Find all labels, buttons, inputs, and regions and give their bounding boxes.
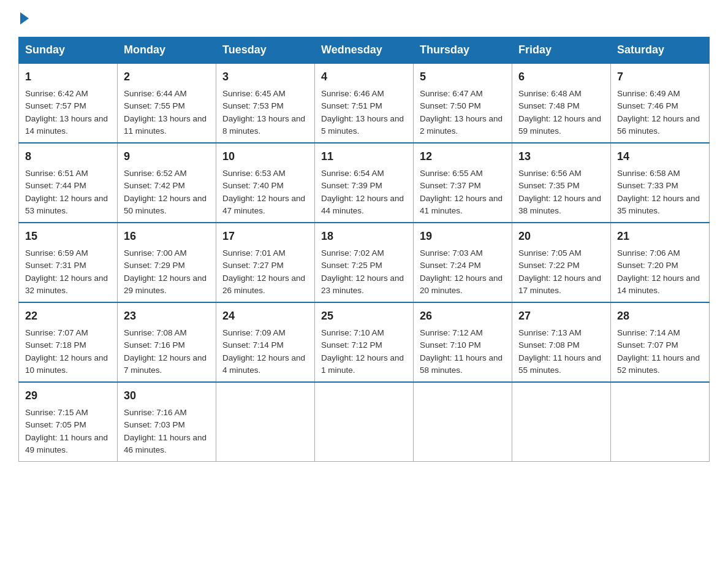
day-number: 12 <box>420 148 506 165</box>
day-info: Sunrise: 6:49 AMSunset: 7:46 PMDaylight:… <box>617 89 700 136</box>
calendar-table: SundayMondayTuesdayWednesdayThursdayFrid… <box>18 37 710 462</box>
calendar-cell: 20Sunrise: 7:05 AMSunset: 7:22 PMDayligh… <box>512 223 611 302</box>
day-number: 6 <box>518 69 604 85</box>
day-number: 7 <box>617 69 703 85</box>
day-info: Sunrise: 7:03 AMSunset: 7:24 PMDaylight:… <box>420 248 502 295</box>
day-info: Sunrise: 6:54 AMSunset: 7:39 PMDaylight:… <box>321 169 404 215</box>
day-number: 21 <box>617 228 703 245</box>
calendar-cell: 29Sunrise: 7:15 AMSunset: 7:05 PMDayligh… <box>19 382 118 462</box>
calendar-week-row: 1Sunrise: 6:42 AMSunset: 7:57 PMDaylight… <box>19 63 710 143</box>
day-info: Sunrise: 7:15 AMSunset: 7:05 PMDaylight:… <box>25 408 108 454</box>
calendar-cell: 23Sunrise: 7:08 AMSunset: 7:16 PMDayligh… <box>118 302 216 382</box>
calendar-week-row: 29Sunrise: 7:15 AMSunset: 7:05 PMDayligh… <box>19 382 710 462</box>
day-number: 17 <box>222 228 308 245</box>
day-info: Sunrise: 6:55 AMSunset: 7:37 PMDaylight:… <box>420 169 502 215</box>
calendar-cell: 19Sunrise: 7:03 AMSunset: 7:24 PMDayligh… <box>414 223 512 302</box>
day-info: Sunrise: 6:56 AMSunset: 7:35 PMDaylight:… <box>518 169 601 215</box>
day-number: 14 <box>617 148 703 165</box>
day-info: Sunrise: 6:51 AMSunset: 7:44 PMDaylight:… <box>25 169 108 215</box>
calendar-cell <box>611 382 710 462</box>
day-info: Sunrise: 7:09 AMSunset: 7:14 PMDaylight:… <box>222 328 305 375</box>
logo <box>18 12 31 25</box>
calendar-week-row: 15Sunrise: 6:59 AMSunset: 7:31 PMDayligh… <box>19 223 710 302</box>
calendar-cell: 30Sunrise: 7:16 AMSunset: 7:03 PMDayligh… <box>118 382 216 462</box>
day-info: Sunrise: 7:00 AMSunset: 7:29 PMDaylight:… <box>124 248 207 295</box>
day-info: Sunrise: 7:07 AMSunset: 7:18 PMDaylight:… <box>25 328 108 375</box>
calendar-cell: 15Sunrise: 6:59 AMSunset: 7:31 PMDayligh… <box>19 223 118 302</box>
day-number: 13 <box>518 148 604 165</box>
day-number: 16 <box>124 228 210 245</box>
weekday-header-thursday: Thursday <box>414 37 512 64</box>
calendar-cell <box>315 382 414 462</box>
calendar-cell: 2Sunrise: 6:44 AMSunset: 7:55 PMDaylight… <box>118 63 216 143</box>
day-info: Sunrise: 6:58 AMSunset: 7:33 PMDaylight:… <box>617 169 700 215</box>
weekday-header-saturday: Saturday <box>611 37 710 64</box>
weekday-header-tuesday: Tuesday <box>216 37 315 64</box>
day-number: 2 <box>124 69 210 85</box>
weekday-header-wednesday: Wednesday <box>315 37 414 64</box>
day-number: 28 <box>617 308 703 324</box>
weekday-header-monday: Monday <box>118 37 216 64</box>
day-info: Sunrise: 7:01 AMSunset: 7:27 PMDaylight:… <box>222 248 305 295</box>
calendar-cell: 18Sunrise: 7:02 AMSunset: 7:25 PMDayligh… <box>315 223 414 302</box>
calendar-cell: 3Sunrise: 6:45 AMSunset: 7:53 PMDaylight… <box>216 63 315 143</box>
day-number: 26 <box>420 308 506 324</box>
calendar-cell: 1Sunrise: 6:42 AMSunset: 7:57 PMDaylight… <box>19 63 118 143</box>
weekday-header-sunday: Sunday <box>19 37 118 64</box>
calendar-cell: 4Sunrise: 6:46 AMSunset: 7:51 PMDaylight… <box>315 63 414 143</box>
day-info: Sunrise: 7:10 AMSunset: 7:12 PMDaylight:… <box>321 328 404 375</box>
day-number: 30 <box>124 388 210 404</box>
day-number: 19 <box>420 228 506 245</box>
calendar-cell: 27Sunrise: 7:13 AMSunset: 7:08 PMDayligh… <box>512 302 611 382</box>
calendar-cell: 17Sunrise: 7:01 AMSunset: 7:27 PMDayligh… <box>216 223 315 302</box>
day-info: Sunrise: 6:52 AMSunset: 7:42 PMDaylight:… <box>124 169 207 215</box>
day-number: 8 <box>25 148 111 165</box>
calendar-cell: 25Sunrise: 7:10 AMSunset: 7:12 PMDayligh… <box>315 302 414 382</box>
day-number: 29 <box>25 388 111 404</box>
day-info: Sunrise: 6:47 AMSunset: 7:50 PMDaylight:… <box>420 89 502 136</box>
day-number: 10 <box>222 148 308 165</box>
calendar-cell <box>414 382 512 462</box>
day-number: 27 <box>518 308 604 324</box>
day-number: 5 <box>420 69 506 85</box>
weekday-header-row: SundayMondayTuesdayWednesdayThursdayFrid… <box>19 37 710 64</box>
day-number: 20 <box>518 228 604 245</box>
day-info: Sunrise: 7:05 AMSunset: 7:22 PMDaylight:… <box>518 248 601 295</box>
day-number: 23 <box>124 308 210 324</box>
day-number: 11 <box>321 148 407 165</box>
day-number: 25 <box>321 308 407 324</box>
day-info: Sunrise: 6:46 AMSunset: 7:51 PMDaylight:… <box>321 89 404 136</box>
calendar-cell: 26Sunrise: 7:12 AMSunset: 7:10 PMDayligh… <box>414 302 512 382</box>
day-number: 24 <box>222 308 308 324</box>
day-info: Sunrise: 6:59 AMSunset: 7:31 PMDaylight:… <box>25 248 108 295</box>
weekday-header-friday: Friday <box>512 37 611 64</box>
calendar-cell: 10Sunrise: 6:53 AMSunset: 7:40 PMDayligh… <box>216 143 315 223</box>
day-info: Sunrise: 7:12 AMSunset: 7:10 PMDaylight:… <box>420 328 502 375</box>
day-number: 15 <box>25 228 111 245</box>
day-number: 4 <box>321 69 407 85</box>
calendar-cell: 13Sunrise: 6:56 AMSunset: 7:35 PMDayligh… <box>512 143 611 223</box>
calendar-cell: 5Sunrise: 6:47 AMSunset: 7:50 PMDaylight… <box>414 63 512 143</box>
day-info: Sunrise: 7:13 AMSunset: 7:08 PMDaylight:… <box>518 328 601 375</box>
page-header <box>18 12 710 25</box>
day-info: Sunrise: 7:06 AMSunset: 7:20 PMDaylight:… <box>617 248 700 295</box>
day-number: 9 <box>124 148 210 165</box>
calendar-cell: 12Sunrise: 6:55 AMSunset: 7:37 PMDayligh… <box>414 143 512 223</box>
calendar-cell: 8Sunrise: 6:51 AMSunset: 7:44 PMDaylight… <box>19 143 118 223</box>
day-info: Sunrise: 7:02 AMSunset: 7:25 PMDaylight:… <box>321 248 404 295</box>
day-number: 22 <box>25 308 111 324</box>
calendar-cell: 9Sunrise: 6:52 AMSunset: 7:42 PMDaylight… <box>118 143 216 223</box>
day-info: Sunrise: 6:44 AMSunset: 7:55 PMDaylight:… <box>124 89 207 136</box>
day-info: Sunrise: 6:42 AMSunset: 7:57 PMDaylight:… <box>25 89 108 136</box>
calendar-cell: 24Sunrise: 7:09 AMSunset: 7:14 PMDayligh… <box>216 302 315 382</box>
calendar-cell: 28Sunrise: 7:14 AMSunset: 7:07 PMDayligh… <box>611 302 710 382</box>
calendar-cell <box>216 382 315 462</box>
day-info: Sunrise: 6:53 AMSunset: 7:40 PMDaylight:… <box>222 169 305 215</box>
calendar-week-row: 8Sunrise: 6:51 AMSunset: 7:44 PMDaylight… <box>19 143 710 223</box>
calendar-cell: 6Sunrise: 6:48 AMSunset: 7:48 PMDaylight… <box>512 63 611 143</box>
day-info: Sunrise: 6:48 AMSunset: 7:48 PMDaylight:… <box>518 89 601 136</box>
calendar-cell: 21Sunrise: 7:06 AMSunset: 7:20 PMDayligh… <box>611 223 710 302</box>
day-number: 3 <box>222 69 308 85</box>
calendar-cell: 7Sunrise: 6:49 AMSunset: 7:46 PMDaylight… <box>611 63 710 143</box>
day-info: Sunrise: 7:16 AMSunset: 7:03 PMDaylight:… <box>124 408 207 454</box>
